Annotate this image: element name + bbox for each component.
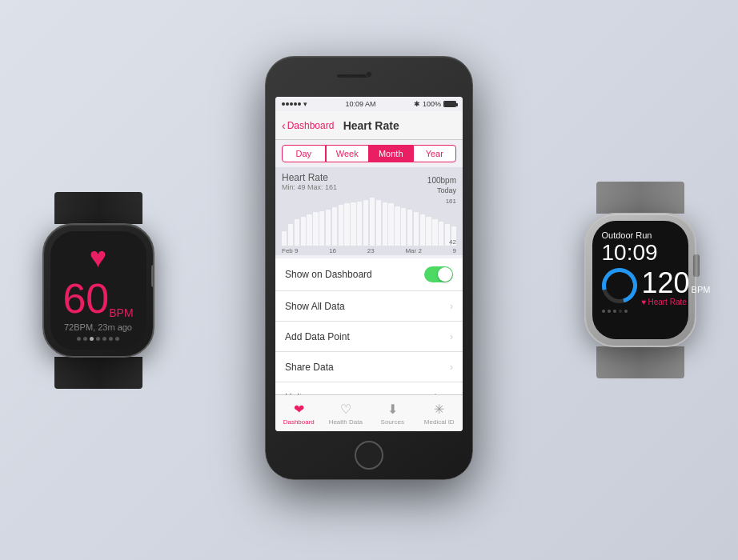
chart-date-5: 9: [453, 247, 456, 254]
chart-bars: 161 42: [282, 198, 456, 246]
dashboard-tab-label: Dashboard: [283, 418, 315, 426]
watch-bpm-number: 60: [62, 278, 109, 319]
watch-band-top-left: [54, 192, 142, 224]
chart-title: Heart Rate: [282, 172, 337, 183]
time-tabs: Day Week Month Year: [275, 140, 463, 167]
battery-level: 100%: [423, 100, 441, 108]
watch-band-bottom-left: [54, 357, 142, 389]
sources-tab-label: Sources: [381, 418, 404, 426]
iphone-vol-up[interactable]: [265, 137, 266, 159]
bar-12: [351, 202, 355, 246]
bar-16: [376, 200, 381, 246]
signal-dot-3: [290, 102, 293, 106]
iphone-vol-down[interactable]: [265, 167, 266, 190]
tab-dashboard[interactable]: ❤ Dashboard: [275, 402, 323, 426]
bar-9: [332, 207, 337, 246]
dot-4: [96, 337, 100, 341]
bar-6: [313, 212, 318, 246]
medical-id-icon: ✳: [434, 402, 444, 417]
chart-bpm-value: 100bpm: [427, 172, 456, 186]
bar-1: [282, 231, 287, 246]
bar-26: [439, 222, 443, 246]
show-dashboard-toggle[interactable]: [424, 266, 453, 282]
list-item-add-data[interactable]: Add Data Point ›: [275, 322, 463, 352]
wifi-icon: ▾: [303, 100, 307, 108]
watch-body-right: Outdoor Run 10:09 120 BPM ♥ Heart Rate: [584, 213, 696, 347]
chart-period: Today: [427, 186, 456, 194]
bottom-tab-bar: ❤ Dashboard ♡ Health Data ⬇ Sources ✳ Me…: [275, 394, 463, 431]
status-time: 10:09 AM: [345, 100, 375, 108]
chevron-icon-2: ›: [450, 331, 453, 342]
list-item-show-all-data[interactable]: Show All Data ›: [275, 291, 463, 322]
back-arrow-icon: ‹: [282, 119, 286, 132]
health-data-tab-label: Health Data: [329, 418, 363, 426]
back-label: Dashboard: [287, 120, 335, 131]
chevron-icon-1: ›: [450, 301, 453, 312]
right-dot-3: [613, 310, 616, 313]
tab-sources[interactable]: ⬇ Sources: [369, 402, 416, 426]
bar-11: [344, 203, 349, 246]
watch-right-bpm-row: 120 BPM: [642, 269, 711, 298]
status-bar: ▾ 10:09 AM ✱ 100%: [275, 97, 463, 111]
chart-subtitle: Min: 49 Max: 161: [282, 183, 337, 191]
dashboard-icon: ❤: [294, 402, 304, 417]
bar-4: [301, 217, 306, 246]
bar-14: [363, 200, 368, 246]
bar-23: [420, 214, 425, 246]
dot-2: [83, 337, 87, 341]
watch-hr-label-row: ♥ Heart Rate: [642, 298, 711, 306]
watch-screen-left: ♥ 60 BPM 72BPM, 23m ago: [50, 231, 146, 350]
tab-year[interactable]: Year: [413, 145, 457, 162]
iphone-container: ▾ 10:09 AM ✱ 100% ‹ Dashboard: [265, 56, 473, 504]
tab-health-data[interactable]: ♡ Health Data: [323, 402, 370, 426]
home-button[interactable]: [355, 441, 383, 470]
watch-band-top-right: [596, 182, 684, 214]
add-data-label: Add Data Point: [285, 331, 350, 342]
signal-dot-5: [298, 102, 301, 106]
chart-header: Heart Rate Min: 49 Max: 161 100bpm Today: [282, 172, 456, 194]
watch-crown-left: [151, 265, 154, 287]
tab-week[interactable]: Week: [326, 145, 370, 162]
tab-month[interactable]: Month: [369, 145, 413, 162]
list-item-share-data[interactable]: Share Data ›: [275, 352, 463, 382]
chart-dates: Feb 9 16 23 Mar 2 9: [282, 247, 456, 254]
show-dashboard-label: Show on Dashboard: [285, 269, 372, 280]
iphone-screen: ▾ 10:09 AM ✱ 100% ‹ Dashboard: [275, 97, 463, 431]
watch-bpm-display: 60 BPM: [62, 278, 133, 319]
iphone-speaker: [337, 74, 369, 78]
chart-date-2: 16: [329, 247, 336, 254]
heart-icon-right: ♥: [642, 298, 647, 306]
watch-band-bottom-right: [596, 346, 684, 378]
nav-bar: ‹ Dashboard Heart Rate: [275, 111, 463, 140]
status-right: ✱ 100%: [414, 100, 456, 108]
bar-17: [383, 202, 387, 246]
list-item-show-dashboard[interactable]: Show on Dashboard: [275, 258, 463, 291]
tab-day[interactable]: Day: [282, 145, 326, 162]
iphone-body: ▾ 10:09 AM ✱ 100% ‹ Dashboard: [265, 56, 473, 480]
bar-24: [426, 217, 431, 246]
ring-progress: [595, 261, 643, 309]
watch-hr-label: Heart Rate: [648, 298, 686, 306]
back-button[interactable]: ‹ Dashboard: [282, 119, 334, 132]
watch-page-dots-right: [602, 310, 628, 313]
bar-10: [339, 205, 343, 246]
bar-15: [370, 198, 375, 246]
iphone-side-button[interactable]: [472, 153, 473, 193]
watch-bpm-unit: BPM: [109, 306, 133, 319]
watch-right-time: 10:09: [602, 242, 658, 264]
dot-6: [109, 337, 113, 341]
sources-icon: ⬇: [387, 402, 398, 417]
bar-8: [326, 210, 331, 246]
chart-date-1: Feb 9: [282, 247, 298, 254]
bar-22: [414, 212, 419, 246]
chart-area: Heart Rate Min: 49 Max: 161 100bpm Today: [275, 167, 463, 255]
watch-crown-right: [693, 254, 700, 277]
chart-date-3: 23: [367, 247, 375, 254]
medical-id-tab-label: Medical ID: [424, 418, 455, 426]
watch-body-left: ♥ 60 BPM 72BPM, 23m ago: [42, 223, 154, 358]
tab-medical-id[interactable]: ✳ Medical ID: [416, 402, 463, 426]
status-signal: ▾: [282, 100, 307, 108]
dot-7: [115, 337, 119, 341]
activity-ring: [602, 268, 637, 303]
health-data-icon: ♡: [340, 402, 351, 417]
